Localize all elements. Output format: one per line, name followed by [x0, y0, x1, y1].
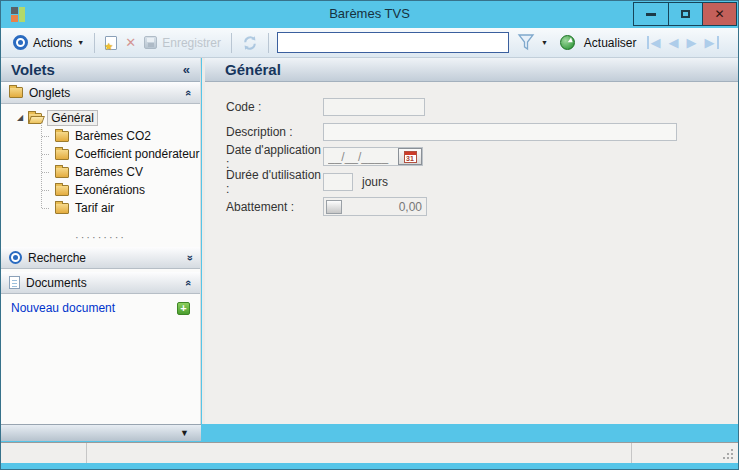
tree-item-tarif-air[interactable]: Tarif air	[1, 199, 200, 217]
date-application-field[interactable]	[326, 149, 398, 164]
status-cell-right	[632, 443, 738, 463]
actions-menu-button[interactable]: Actions ▼	[9, 33, 88, 52]
delete-button[interactable]: ✕	[121, 33, 140, 52]
sidebar: Volets « Onglets « ◢ Général Barèmes CO2	[1, 58, 201, 424]
tree-item-label: Coefficient pondérateur	[75, 147, 200, 161]
filter-dropdown-caret[interactable]: ▼	[541, 39, 548, 46]
toolbar-separator	[94, 33, 95, 53]
status-bar	[1, 442, 738, 463]
tree-item-label: Général	[47, 110, 98, 126]
folder-icon	[55, 149, 69, 160]
tree-item-baremes-cv[interactable]: Barèmes CV	[1, 163, 200, 181]
folder-icon	[9, 87, 23, 98]
maximize-icon	[681, 10, 690, 18]
window-title: Barèmes TVS	[1, 6, 738, 21]
pane-splitter-handle[interactable]: ·········	[1, 232, 200, 244]
tree-item-coefficient-ponderateur[interactable]: Coefficient pondérateur	[1, 145, 200, 163]
abattement-value: 0,00	[342, 200, 424, 214]
sync-icon	[242, 35, 258, 51]
delete-icon: ✕	[125, 35, 136, 50]
minimize-button[interactable]	[634, 3, 668, 25]
field-row-abattement: Abattement : 0,00	[226, 197, 738, 216]
code-field[interactable]	[323, 98, 425, 116]
search-section-icon	[9, 251, 22, 264]
nav-previous-button[interactable]: ◀	[665, 36, 683, 49]
section-onglets[interactable]: Onglets «	[1, 82, 200, 104]
abattement-field[interactable]: 0,00	[323, 197, 427, 216]
calendar-button[interactable]: 31	[398, 148, 422, 165]
date-application-label: Date d'application :	[226, 143, 323, 171]
tree-item-label: Barèmes CO2	[75, 129, 151, 143]
date-field-wrapper: 31	[323, 147, 423, 166]
tree-expander-icon[interactable]: ◢	[17, 114, 23, 122]
field-row-description: Description :	[226, 122, 738, 141]
duree-utilisation-field[interactable]	[323, 173, 353, 191]
calendar-icon: 31	[404, 151, 417, 163]
folder-icon	[55, 167, 69, 178]
main-header: Général	[205, 58, 738, 82]
tree-item-label: Exonérations	[75, 183, 145, 197]
duree-utilisation-label: Durée d'utilisation :	[226, 168, 323, 196]
tree-children: Barèmes CO2 Coefficient pondérateur Barè…	[1, 127, 200, 217]
folder-icon	[55, 131, 69, 142]
collapse-sidebar-icon[interactable]: «	[183, 62, 190, 77]
save-label: Enregistrer	[162, 36, 221, 50]
app-window: Barèmes TVS ✕ Actions ▼ ★ ✕ Enregistrer	[0, 0, 739, 470]
document-icon	[9, 276, 20, 289]
title-bar: Barèmes TVS ✕	[1, 1, 738, 28]
close-button[interactable]: ✕	[702, 3, 736, 25]
section-documents[interactable]: Documents «	[1, 272, 200, 294]
page-title: Général	[225, 61, 281, 78]
tree-item-general[interactable]: ◢ Général	[1, 109, 200, 127]
description-label: Description :	[226, 125, 323, 139]
refresh-icon	[560, 35, 575, 50]
tree-item-exonerations[interactable]: Exonérations	[1, 181, 200, 199]
general-form: Code : Description : Date d'application …	[205, 82, 738, 216]
toolbar: Actions ▼ ★ ✕ Enregistrer ▼	[1, 28, 738, 58]
search-input[interactable]	[277, 32, 509, 53]
field-row-code: Code :	[226, 97, 738, 116]
toolbar-separator	[231, 33, 232, 53]
new-document-link[interactable]: Nouveau document	[11, 301, 115, 315]
toolbar-separator	[268, 33, 269, 53]
open-folder-icon	[28, 113, 42, 124]
section-onglets-label: Onglets	[29, 86, 70, 100]
chevron-double-down-icon[interactable]: «	[183, 254, 195, 260]
tree-item-label: Barèmes CV	[75, 165, 143, 179]
overflow-menu-button[interactable]: ▼	[180, 428, 189, 438]
status-cell-middle	[87, 443, 632, 463]
chevron-double-up-icon[interactable]: «	[183, 89, 195, 95]
nav-last-button[interactable]: ▶	[701, 36, 719, 49]
actions-label: Actions	[33, 36, 72, 50]
field-row-duree-utilisation: Durée d'utilisation : jours	[226, 172, 738, 191]
section-recherche-label: Recherche	[28, 251, 86, 265]
chevron-double-up-icon[interactable]: «	[183, 279, 195, 285]
new-document-row: Nouveau document +	[1, 294, 200, 315]
save-icon	[144, 36, 157, 49]
window-controls: ✕	[633, 2, 737, 26]
refresh-button[interactable]: Actualiser	[556, 33, 641, 52]
status-cell-left	[1, 443, 87, 463]
new-button[interactable]: ★	[101, 34, 121, 52]
code-label: Code :	[226, 100, 323, 114]
sidebar-title: Volets	[11, 61, 55, 78]
filter-icon[interactable]	[517, 34, 535, 51]
folder-icon	[55, 203, 69, 214]
nav-first-button[interactable]: ◀	[647, 36, 665, 49]
sidebar-header: Volets «	[1, 58, 200, 82]
description-field[interactable]	[323, 123, 677, 141]
sync-button[interactable]	[238, 33, 262, 53]
add-document-button[interactable]: +	[177, 302, 190, 315]
chevron-down-icon: ▼	[77, 39, 84, 46]
section-recherche[interactable]: Recherche «	[1, 247, 200, 269]
tree-item-baremes-co2[interactable]: Barèmes CO2	[1, 127, 200, 145]
save-button[interactable]: Enregistrer	[140, 34, 225, 52]
abattement-toggle-button[interactable]	[326, 200, 342, 214]
nav-next-button[interactable]: ▶	[683, 36, 701, 49]
tree-item-label: Tarif air	[75, 201, 114, 215]
minimize-icon	[646, 13, 656, 16]
tabs-tree: ◢ Général Barèmes CO2 Coefficient pondér…	[1, 104, 200, 232]
resize-grip[interactable]	[722, 448, 733, 459]
maximize-button[interactable]	[668, 3, 702, 25]
abattement-label: Abattement :	[226, 200, 323, 214]
